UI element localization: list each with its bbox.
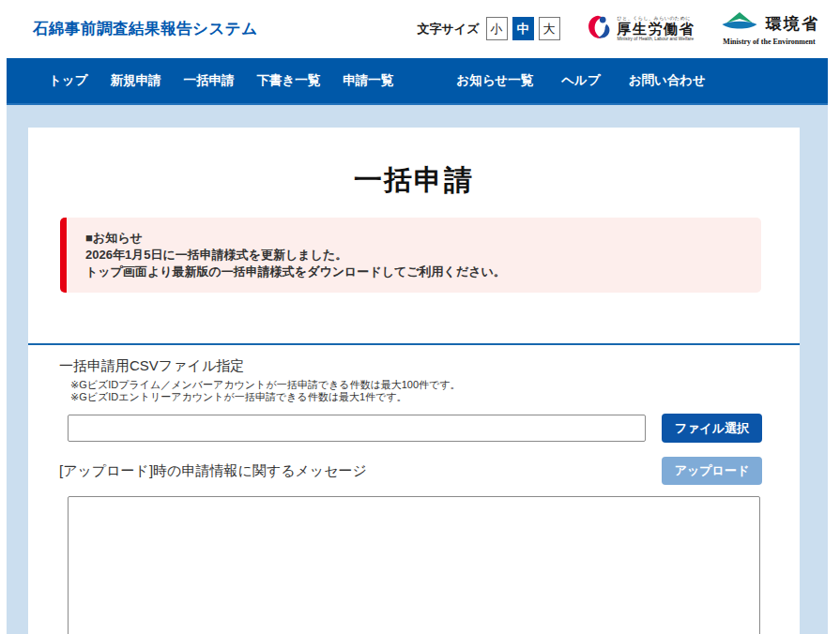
csv-notes: ※GビズIDプライム／メンバーアカウントが一括申請できる件数は最大100件です。…	[70, 379, 800, 402]
page-title: 一括申請	[28, 161, 800, 199]
mhlw-logo: ひと、くらし、みらいのために 厚生労働省 Ministry of Health,…	[585, 12, 695, 46]
nav-item-notice-list[interactable]: お知らせ一覧	[442, 72, 547, 89]
content-card: 一括申請 ■お知らせ 2026年1月5日に一括申請様式を更新しました。 トップ画…	[28, 128, 800, 634]
mhlw-subtitle: Ministry of Health, Labour and Welfare	[618, 37, 695, 41]
moe-logo-icon	[719, 11, 760, 39]
site-title: 石綿事前調査結果報告システム	[33, 19, 418, 39]
notice-box: ■お知らせ 2026年1月5日に一括申請様式を更新しました。 トップ画面より最新…	[60, 218, 761, 293]
upload-message-box[interactable]	[68, 496, 760, 634]
csv-note: ※GビズIDプライム／メンバーアカウントが一括申請できる件数は最大100件です。	[70, 379, 800, 391]
nav-item-draft-list[interactable]: 下書き一覧	[245, 72, 331, 89]
nav-left-group: トップ 新規申請 一括申請 下書き一覧 申請一覧	[38, 72, 405, 89]
upload-message-label: [アップロード]時の申請情報に関するメッセージ	[59, 462, 367, 480]
notice-line: 2026年1月5日に一括申請様式を更新しました。	[85, 247, 742, 264]
font-size-control: 文字サイズ 小 中 大	[418, 17, 560, 40]
upload-button[interactable]: アップロード	[662, 457, 762, 485]
csv-file-path-input[interactable]	[68, 415, 646, 442]
csv-section-label: 一括申請用CSVファイル指定	[59, 357, 800, 375]
page-shell: トップ 新規申請 一括申請 下書き一覧 申請一覧 お知らせ一覧 ヘルプ お問い合…	[7, 58, 828, 634]
nav-item-top[interactable]: トップ	[38, 72, 99, 89]
notice-heading: ■お知らせ	[85, 230, 742, 247]
font-size-label: 文字サイズ	[418, 21, 480, 38]
content-background: 一括申請 ■お知らせ 2026年1月5日に一括申請様式を更新しました。 トップ画…	[7, 105, 828, 634]
nav-item-contact[interactable]: お問い合わせ	[615, 72, 720, 89]
mhlw-logo-icon	[585, 12, 613, 46]
nav-item-help[interactable]: ヘルプ	[547, 72, 614, 89]
main-nav: トップ 新規申請 一括申請 下書き一覧 申請一覧 お知らせ一覧 ヘルプ お問い合…	[7, 58, 828, 105]
font-size-large-button[interactable]: 大	[539, 17, 560, 40]
nav-item-application-list[interactable]: 申請一覧	[331, 72, 405, 89]
notice-line: トップ画面より最新版の一括申請様式をダウンロードしてご利用ください。	[85, 264, 742, 280]
csv-note: ※GビズIDエントリーアカウントが一括申請できる件数は最大1件です。	[70, 391, 800, 403]
mhlw-name: 厚生労働省	[618, 22, 695, 38]
header-right: 文字サイズ 小 中 大 ひと、くらし、みらいのために 厚生労働省 Ministr…	[418, 11, 819, 47]
moe-logo: 環境省 Ministry of the Environment	[719, 11, 819, 47]
site-header: 石綿事前調査結果報告システム 文字サイズ 小 中 大 ひと、くらし、みらいのため…	[0, 0, 840, 58]
nav-item-bulk-application[interactable]: 一括申請	[172, 72, 245, 89]
moe-subtitle: Ministry of the Environment	[723, 38, 815, 47]
nav-item-new-application[interactable]: 新規申請	[99, 72, 172, 89]
file-select-button[interactable]: ファイル選択	[662, 414, 762, 443]
section-divider	[28, 343, 800, 345]
nav-right-group: お知らせ一覧 ヘルプ お問い合わせ	[442, 72, 720, 89]
file-select-row: ファイル選択	[68, 414, 800, 443]
moe-name: 環境省	[766, 16, 819, 34]
font-size-small-button[interactable]: 小	[486, 17, 508, 40]
font-size-medium-button[interactable]: 中	[512, 17, 534, 40]
upload-row: [アップロード]時の申請情報に関するメッセージ アップロード	[59, 457, 762, 485]
